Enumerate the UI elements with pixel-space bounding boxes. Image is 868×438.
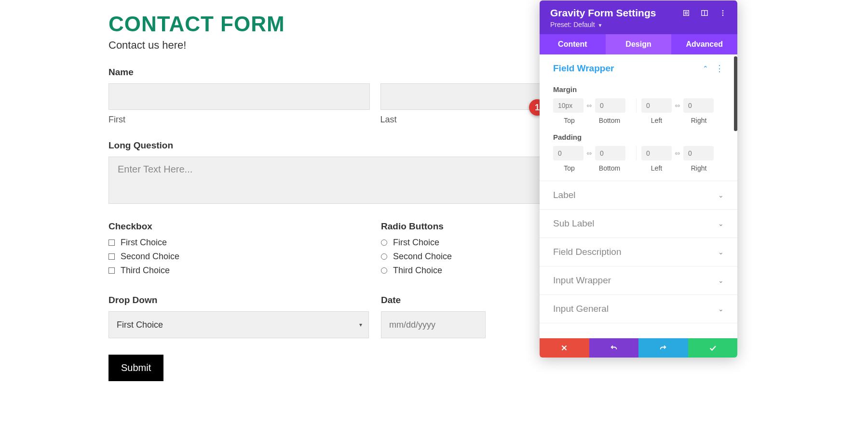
- more-icon[interactable]: ⋮: [715, 64, 724, 73]
- preset-label: Preset: Default: [550, 21, 595, 28]
- checkbox-option[interactable]: Third Choice: [108, 265, 381, 276]
- panel-header: Gravity Form Settings Preset: Default ▼: [540, 0, 737, 34]
- section-title: Field Description: [553, 247, 622, 257]
- margin-right-input[interactable]: [683, 98, 714, 113]
- margin-bottom-sublabel: Bottom: [585, 117, 634, 124]
- section-field-wrapper: Field Wrapper ⌃ ⋮ Margin ⇔: [540, 54, 737, 181]
- expand-icon[interactable]: [682, 9, 690, 17]
- first-sub-label: First: [108, 115, 370, 125]
- panel-body: Field Wrapper ⌃ ⋮ Margin ⇔: [540, 54, 737, 338]
- margin-bottom-input[interactable]: [595, 98, 625, 113]
- padding-left-sublabel: Left: [634, 164, 679, 172]
- section-head-field-description[interactable]: Field Description ⌄: [540, 238, 737, 266]
- tab-design[interactable]: Design: [606, 34, 672, 54]
- margin-label: Margin: [553, 85, 724, 93]
- checkbox-option-label: First Choice: [121, 238, 167, 248]
- dropdown-label: Drop Down: [108, 295, 381, 305]
- checkbox-option-label: Third Choice: [121, 265, 170, 276]
- radio-icon: [381, 239, 387, 246]
- radio-option-label: First Choice: [393, 238, 439, 248]
- link-icon[interactable]: ⇔: [674, 149, 681, 157]
- chevron-down-icon: ⌄: [718, 191, 724, 199]
- tab-advanced[interactable]: Advanced: [671, 34, 737, 54]
- checkbox-label: Checkbox: [108, 221, 381, 232]
- annotation-badge-number: 1: [535, 103, 540, 113]
- padding-bottom-input[interactable]: [595, 146, 625, 160]
- svg-point-4: [722, 10, 724, 12]
- checkbox-icon: [108, 239, 115, 246]
- radio-option-label: Second Choice: [393, 252, 452, 262]
- svg-rect-1: [685, 12, 687, 14]
- redo-button[interactable]: [638, 338, 688, 358]
- svg-rect-0: [684, 11, 689, 16]
- section-title: Input General: [553, 304, 609, 314]
- submit-button[interactable]: Submit: [108, 355, 163, 381]
- section-title: Field Wrapper: [553, 63, 614, 74]
- panel-footer: [540, 338, 737, 358]
- padding-top-sublabel: Top: [553, 164, 585, 172]
- margin-left-sublabel: Left: [634, 117, 679, 124]
- chevron-down-icon: ⌄: [718, 220, 724, 227]
- padding-bottom-sublabel: Bottom: [585, 164, 634, 172]
- link-icon[interactable]: ⇔: [585, 149, 593, 157]
- cancel-button[interactable]: [540, 338, 589, 358]
- padding-left-input[interactable]: [641, 146, 672, 160]
- undo-button[interactable]: [589, 338, 639, 358]
- margin-right-sublabel: Right: [679, 117, 718, 124]
- save-button[interactable]: [688, 338, 738, 358]
- scrollbar[interactable]: [734, 56, 737, 131]
- section-title: Label: [553, 190, 576, 200]
- chevron-up-icon: ⌃: [703, 65, 708, 72]
- chevron-down-icon: ⌄: [718, 305, 724, 313]
- tab-content[interactable]: Content: [540, 34, 606, 54]
- padding-label: Padding: [553, 133, 724, 141]
- section-head-input-general[interactable]: Input General ⌄: [540, 295, 737, 323]
- columns-icon[interactable]: [701, 9, 708, 17]
- section-title: Sub Label: [553, 218, 595, 229]
- first-name-input[interactable]: [108, 83, 370, 110]
- svg-point-6: [722, 14, 724, 16]
- chevron-down-icon: ⌄: [718, 277, 724, 284]
- section-head-field-wrapper[interactable]: Field Wrapper ⌃ ⋮: [540, 54, 737, 82]
- panel-tabs: Content Design Advanced: [540, 34, 737, 54]
- checkbox-option[interactable]: Second Choice: [108, 252, 381, 262]
- section-head-sub-label[interactable]: Sub Label ⌄: [540, 210, 737, 238]
- svg-point-5: [722, 13, 724, 14]
- padding-right-sublabel: Right: [679, 164, 718, 172]
- date-input[interactable]: [381, 311, 486, 338]
- link-icon[interactable]: ⇔: [674, 102, 681, 109]
- field-checkbox: Checkbox First Choice Second Choice Thir…: [108, 221, 381, 279]
- chevron-down-icon: ⌄: [718, 248, 724, 256]
- margin-top-sublabel: Top: [553, 117, 585, 124]
- checkbox-icon: [108, 253, 115, 260]
- panel-title: Gravity Form Settings: [550, 7, 656, 19]
- checkbox-option[interactable]: First Choice: [108, 238, 381, 248]
- section-head-input-wrapper[interactable]: Input Wrapper ⌄: [540, 266, 737, 294]
- radio-icon: [381, 253, 387, 260]
- preset-selector[interactable]: Preset: Default ▼: [550, 21, 727, 28]
- dropdown-input[interactable]: [108, 311, 369, 338]
- padding-top-input[interactable]: [553, 146, 583, 160]
- link-icon[interactable]: ⇔: [585, 102, 593, 109]
- checkbox-icon: [108, 267, 115, 274]
- section-head-label[interactable]: Label ⌄: [540, 181, 737, 209]
- more-icon[interactable]: [719, 9, 727, 17]
- margin-top-input[interactable]: [553, 98, 583, 113]
- radio-option-label: Third Choice: [393, 265, 442, 276]
- settings-panel: Gravity Form Settings Preset: Default ▼ …: [540, 0, 737, 358]
- radio-icon: [381, 267, 387, 274]
- margin-left-input[interactable]: [641, 98, 672, 113]
- padding-right-input[interactable]: [683, 146, 714, 160]
- field-dropdown: Drop Down ▾: [108, 295, 381, 338]
- chevron-down-icon: ▼: [598, 23, 603, 28]
- checkbox-option-label: Second Choice: [121, 252, 179, 262]
- section-title: Input Wrapper: [553, 275, 611, 286]
